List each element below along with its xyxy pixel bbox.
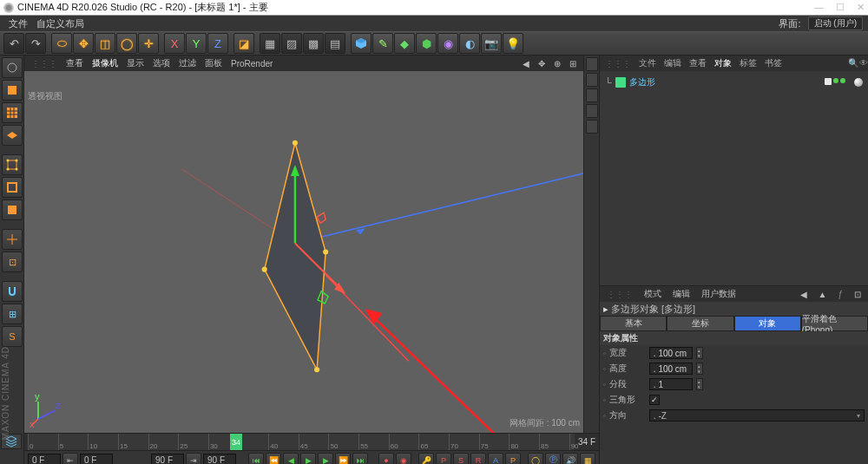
generator-button[interactable]: ⬢ <box>416 33 437 54</box>
playhead[interactable]: 34 <box>230 434 242 450</box>
pos-key[interactable]: P <box>436 453 451 465</box>
vmenu-display[interactable]: 显示 <box>123 57 148 69</box>
enable-axis[interactable] <box>2 229 23 250</box>
prev-frame[interactable]: ◀ <box>283 453 299 465</box>
rtool-2[interactable] <box>586 73 598 87</box>
amtab-fn[interactable]: ƒ <box>832 290 848 299</box>
omtab-file[interactable]: 文件 <box>635 57 660 69</box>
select-tool[interactable]: ⬭ <box>51 33 72 54</box>
camera-button[interactable]: 📷 <box>481 33 502 54</box>
vmenu-camera[interactable]: 摄像机 <box>89 57 122 69</box>
frame-max[interactable]: 90 F <box>203 454 236 465</box>
amtab-lock[interactable]: ⊡ <box>849 290 866 299</box>
menu-file[interactable]: 文件 <box>5 17 31 30</box>
close-button[interactable]: ✕ <box>857 2 865 13</box>
vmenu-filter[interactable]: 过滤 <box>175 57 200 69</box>
frame-start[interactable]: 0 F <box>28 454 61 465</box>
height-stepper[interactable]: ▴▾ <box>696 363 703 375</box>
rtool-1[interactable] <box>586 57 598 71</box>
polygons-mode[interactable] <box>2 199 23 220</box>
width-stepper[interactable]: ▴▾ <box>696 347 703 359</box>
vmenu-nav4[interactable]: ⊞ <box>566 59 580 69</box>
amtab-up[interactable]: ▲ <box>813 290 832 299</box>
render-view[interactable]: ▦ <box>260 33 280 54</box>
rtool-4[interactable] <box>586 104 598 118</box>
rotate-tool[interactable]: ◯ <box>116 33 137 54</box>
pla-key[interactable]: P <box>505 453 521 465</box>
omtab-edit[interactable]: 编辑 <box>661 57 685 69</box>
edges-mode[interactable] <box>2 177 23 198</box>
btn-p[interactable]: Ⓟ <box>545 453 561 465</box>
model-mode[interactable] <box>2 80 23 101</box>
snap-enable[interactable] <box>2 281 23 302</box>
vmenu-nav3[interactable]: ⊕ <box>550 59 564 69</box>
menu-custom-layout[interactable]: 自定义布局 <box>33 17 88 30</box>
frame-end[interactable]: 90 F <box>151 454 184 465</box>
height-input[interactable]: . 100 cm <box>649 363 693 375</box>
eye-icon[interactable]: 👁 <box>856 58 866 69</box>
omtab-object[interactable]: 对象 <box>711 57 735 69</box>
search-icon[interactable]: 🔍 <box>845 58 855 69</box>
subtab-phong[interactable]: 平滑着色(Phong) <box>801 316 868 331</box>
coord-system[interactable]: ◪ <box>233 33 254 54</box>
rtool-3[interactable] <box>586 88 598 102</box>
vis-render-dot[interactable] <box>833 78 838 83</box>
environment-button[interactable]: ◐ <box>459 33 480 54</box>
next-key[interactable]: ⏭ <box>352 453 368 465</box>
amtab-prev[interactable]: ◀ <box>795 290 812 299</box>
scale-tool[interactable]: ◫ <box>95 33 115 54</box>
rot-key[interactable]: R <box>470 453 486 465</box>
object-tree[interactable]: └ 多边形 <box>600 71 868 286</box>
maximize-button[interactable]: ☐ <box>836 2 845 13</box>
cube-primitive[interactable] <box>351 33 372 54</box>
btn-film[interactable]: ▦ <box>580 453 595 465</box>
rtool-5[interactable] <box>586 120 598 134</box>
x-axis-lock[interactable]: X <box>164 33 185 54</box>
snap-settings[interactable]: ⊞ <box>2 304 23 324</box>
move-tool[interactable]: ✥ <box>73 33 94 54</box>
minimize-button[interactable]: — <box>814 2 824 13</box>
vmenu-view[interactable]: 查看 <box>62 57 87 69</box>
play-forward[interactable]: ▶ <box>318 453 333 465</box>
workplane-mode[interactable] <box>2 125 23 146</box>
render-picture[interactable]: ▩ <box>303 33 324 54</box>
vis-editor-dot[interactable] <box>825 78 832 85</box>
phong-tag-icon[interactable] <box>854 78 863 87</box>
tree-item-polygon[interactable]: └ 多边形 <box>603 75 865 90</box>
y-axis-lock[interactable]: Y <box>186 33 207 54</box>
direction-dropdown[interactable]: . -Z <box>649 409 865 422</box>
deformer-button[interactable]: ◉ <box>437 33 458 54</box>
make-editable-tool[interactable] <box>2 57 23 78</box>
triangle-checkbox[interactable]: ✓ <box>649 395 660 405</box>
autokey[interactable]: ◉ <box>396 453 411 465</box>
omtab-tag[interactable]: 标签 <box>736 57 760 69</box>
amtab-userdata[interactable]: 用户数据 <box>696 288 741 300</box>
pen-tool[interactable]: ✎ <box>372 33 393 54</box>
vis-dot2[interactable] <box>840 78 845 83</box>
btn-circle[interactable]: ◯ <box>528 453 543 465</box>
workplane-tool[interactable]: S <box>2 326 23 347</box>
subtab-object[interactable]: 对象 <box>734 316 801 331</box>
vmenu-panel[interactable]: 面板 <box>201 57 226 69</box>
interface-select[interactable]: 启动 (用户) <box>808 16 863 30</box>
width-input[interactable]: . 100 cm <box>649 347 693 359</box>
btn-sound[interactable]: 🔊 <box>562 453 578 465</box>
goto-start[interactable]: ⏮ <box>248 453 264 465</box>
timeline-ruler[interactable]: 0 5 10 15 20 25 30 34 40 45 50 55 60 65 … <box>28 434 575 450</box>
scale-key[interactable]: S <box>453 453 469 465</box>
seg-stepper[interactable]: ▴▾ <box>696 378 703 390</box>
texture-mode[interactable] <box>2 102 23 123</box>
record-key[interactable]: ● <box>378 453 394 465</box>
next-frame[interactable]: ⏩ <box>335 453 351 465</box>
render-region[interactable]: ▨ <box>281 33 302 54</box>
timeline[interactable]: 0 5 10 15 20 25 30 34 40 45 50 55 60 65 … <box>24 433 599 450</box>
subtab-coord[interactable]: 坐标 <box>667 316 733 331</box>
param-key[interactable]: A <box>488 453 503 465</box>
play-back[interactable]: ▶ <box>300 453 316 465</box>
keysel-icon[interactable]: 🔑 <box>418 453 434 465</box>
seg-input[interactable]: . 1 <box>649 378 693 390</box>
z-axis-lock[interactable]: Z <box>207 33 228 54</box>
viewport-solo[interactable]: ⊡ <box>2 252 23 272</box>
viewport-canvas[interactable]: 透视视图 <box>24 71 583 433</box>
frame-current[interactable]: 0 F <box>80 454 113 465</box>
